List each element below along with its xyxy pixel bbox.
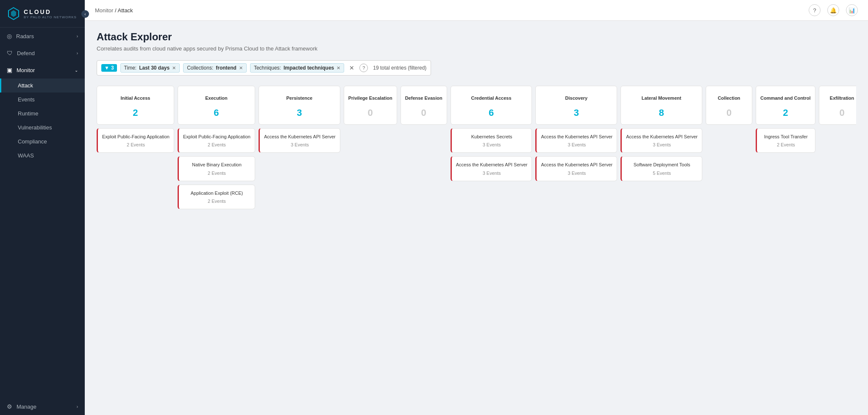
- sidebar-item-vulnerabilities[interactable]: Vulnerabilities: [0, 121, 85, 135]
- technique-card-credential-access-0[interactable]: Kubernetes Secrets3 Events: [451, 128, 532, 153]
- tactic-header-exfiltration[interactable]: Exfiltration0: [819, 86, 856, 125]
- page-subtitle: Correlates audits from cloud native apps…: [97, 45, 856, 52]
- analytics-icon[interactable]: 📊: [846, 4, 858, 16]
- technique-card-lateral-movement-1[interactable]: Software Deployment Tools5 Events: [620, 156, 702, 181]
- filter-tag-collections-value: frontend: [216, 65, 236, 71]
- filter-tag-time[interactable]: Time: Last 30 days ✕: [120, 63, 180, 73]
- tactic-name-privilege-escalation: Privilege Escalation: [348, 92, 392, 104]
- content-area: Attack Explorer Correlates audits from c…: [85, 21, 868, 415]
- sidebar-item-waas[interactable]: WAAS: [0, 149, 85, 163]
- technique-name-persistence-0: Access the Kubernetes API Server: [264, 134, 336, 140]
- tactic-column-persistence: Persistence3Access the Kubernetes API Se…: [259, 86, 340, 213]
- tactic-count-privilege-escalation: 0: [348, 107, 392, 118]
- sidebar-item-monitor[interactable]: ▣ Monitor ⌄: [0, 62, 85, 79]
- technique-events-lateral-movement-1: 5 Events: [626, 171, 698, 176]
- logo-icon: [7, 7, 20, 20]
- breadcrumb-current: Attack: [118, 7, 133, 14]
- tactic-count-exfiltration: 0: [823, 107, 856, 118]
- sidebar: CLOUD BY PALO ALTO NETWORKS ◎ Radars › 🛡…: [0, 0, 85, 415]
- sidebar-item-runtime[interactable]: Runtime: [0, 107, 85, 121]
- logo-text: CLOUD: [24, 8, 77, 15]
- tactic-count-persistence: 3: [263, 107, 336, 118]
- technique-name-discovery-0: Access the Kubernetes API Server: [541, 134, 612, 140]
- help-icon[interactable]: ?: [809, 4, 821, 16]
- technique-card-persistence-0[interactable]: Access the Kubernetes API Server3 Events: [259, 128, 340, 153]
- filter-tag-collections[interactable]: Collections: frontend ✕: [183, 63, 247, 73]
- tactic-header-lateral-movement[interactable]: Lateral Movement8: [620, 86, 702, 125]
- technique-card-lateral-movement-0[interactable]: Access the Kubernetes API Server3 Events: [620, 128, 702, 153]
- tactic-name-discovery: Discovery: [540, 92, 612, 104]
- technique-name-lateral-movement-0: Access the Kubernetes API Server: [626, 134, 698, 140]
- sidebar-item-events[interactable]: Events: [0, 93, 85, 107]
- topbar-icons: ? 🔔 📊: [809, 4, 858, 16]
- tactic-header-execution[interactable]: Execution6: [178, 86, 255, 125]
- page-title: Attack Explorer: [97, 31, 856, 43]
- filter-clear-button[interactable]: ✕: [349, 64, 354, 71]
- technique-card-initial-access-0[interactable]: Exploit Public-Facing Application2 Event…: [97, 128, 174, 153]
- technique-card-execution-0[interactable]: Exploit Public-Facing Application2 Event…: [178, 128, 255, 153]
- filter-tag-time-close[interactable]: ✕: [172, 65, 176, 71]
- breadcrumb-parent[interactable]: Monitor: [95, 7, 113, 14]
- technique-card-execution-1[interactable]: Native Binary Execution2 Events: [178, 156, 255, 181]
- technique-events-discovery-0: 3 Events: [541, 142, 612, 147]
- filter-help-icon[interactable]: ?: [359, 64, 368, 72]
- technique-card-command-and-control-0[interactable]: Ingress Tool Transfer2 Events: [756, 128, 815, 153]
- tactic-name-exfiltration: Exfiltration: [823, 92, 856, 104]
- filter-tag-collections-close[interactable]: ✕: [239, 65, 243, 71]
- tactic-column-command-and-control: Command and Control2Ingress Tool Transfe…: [756, 86, 815, 213]
- technique-events-execution-0: 2 Events: [183, 142, 250, 147]
- tactic-column-privilege-escalation: Privilege Escalation0: [344, 86, 397, 213]
- tactic-name-command-and-control: Command and Control: [760, 92, 811, 104]
- technique-card-execution-2[interactable]: Application Exploit (RCE)2 Events: [178, 185, 255, 209]
- tactic-column-initial-access: Initial Access2Exploit Public-Facing App…: [97, 86, 174, 213]
- filter-results-text: 19 total entries (filtered): [373, 65, 426, 71]
- filter-tag-collections-label: Collections:: [187, 65, 213, 71]
- tactic-header-discovery[interactable]: Discovery3: [535, 86, 617, 125]
- tactic-header-command-and-control[interactable]: Command and Control2: [756, 86, 815, 125]
- sidebar-item-attack[interactable]: Attack: [0, 79, 85, 93]
- tactic-name-persistence: Persistence: [263, 92, 336, 104]
- sidebar-item-manage[interactable]: ⚙ Manage ›: [0, 398, 85, 415]
- filter-tag-time-value: Last 30 days: [139, 65, 170, 71]
- tactic-header-initial-access[interactable]: Initial Access2: [97, 86, 174, 125]
- tactic-header-credential-access[interactable]: Credential Access6: [451, 86, 532, 125]
- tactic-column-credential-access: Credential Access6Kubernetes Secrets3 Ev…: [451, 86, 532, 213]
- filter-tag-techniques-close[interactable]: ✕: [337, 65, 340, 71]
- technique-card-discovery-0[interactable]: Access the Kubernetes API Server3 Events: [535, 128, 617, 153]
- monitor-chevron: ⌄: [75, 68, 78, 73]
- filter-count: ▼ 3: [101, 64, 117, 72]
- filter-tag-techniques[interactable]: Techniques: Impacted techniques ✕: [250, 63, 344, 73]
- notifications-icon[interactable]: 🔔: [827, 4, 839, 16]
- technique-card-credential-access-1[interactable]: Access the Kubernetes API Server3 Events: [451, 156, 532, 181]
- tactic-name-execution: Execution: [182, 92, 250, 104]
- sidebar-item-defend[interactable]: 🛡 Defend ›: [0, 45, 85, 62]
- filter-tag-techniques-value: Impacted techniques: [284, 65, 334, 71]
- defend-icon: 🛡: [7, 50, 13, 56]
- tactic-header-privilege-escalation[interactable]: Privilege Escalation0: [344, 86, 397, 125]
- tactic-column-lateral-movement: Lateral Movement8Access the Kubernetes A…: [620, 86, 702, 213]
- tactic-column-exfiltration: Exfiltration0: [819, 86, 856, 213]
- radars-icon: ◎: [7, 33, 12, 39]
- manage-icon: ⚙: [7, 403, 12, 410]
- technique-name-lateral-movement-1: Software Deployment Tools: [626, 162, 698, 168]
- tactic-header-defense-evasion[interactable]: Defense Evasion0: [401, 86, 447, 125]
- attack-grid: Initial Access2Exploit Public-Facing App…: [97, 86, 856, 216]
- sidebar-collapse-button[interactable]: ‹: [81, 10, 89, 18]
- technique-name-credential-access-1: Access the Kubernetes API Server: [456, 162, 528, 168]
- sidebar-item-radars[interactable]: ◎ Radars ›: [0, 28, 85, 45]
- logo: CLOUD BY PALO ALTO NETWORKS: [0, 0, 85, 28]
- monitor-icon: ▣: [7, 67, 12, 73]
- main-content: Monitor / Attack ? 🔔 📊 Attack Explorer C…: [85, 0, 868, 415]
- technique-card-discovery-1[interactable]: Access the Kubernetes API Server3 Events: [535, 156, 617, 181]
- technique-events-execution-2: 2 Events: [183, 199, 250, 204]
- sidebar-item-compliance[interactable]: Compliance: [0, 135, 85, 149]
- topbar: Monitor / Attack ? 🔔 📊: [85, 0, 868, 21]
- tactic-column-execution: Execution6Exploit Public-Facing Applicat…: [178, 86, 255, 213]
- technique-name-execution-1: Native Binary Execution: [183, 162, 250, 168]
- technique-name-execution-0: Exploit Public-Facing Application: [183, 134, 250, 140]
- tactic-column-defense-evasion: Defense Evasion0: [401, 86, 447, 213]
- tactic-count-command-and-control: 2: [760, 107, 811, 118]
- tactic-count-discovery: 3: [540, 107, 612, 118]
- tactic-header-collection[interactable]: Collection0: [706, 86, 752, 125]
- tactic-header-persistence[interactable]: Persistence3: [259, 86, 340, 125]
